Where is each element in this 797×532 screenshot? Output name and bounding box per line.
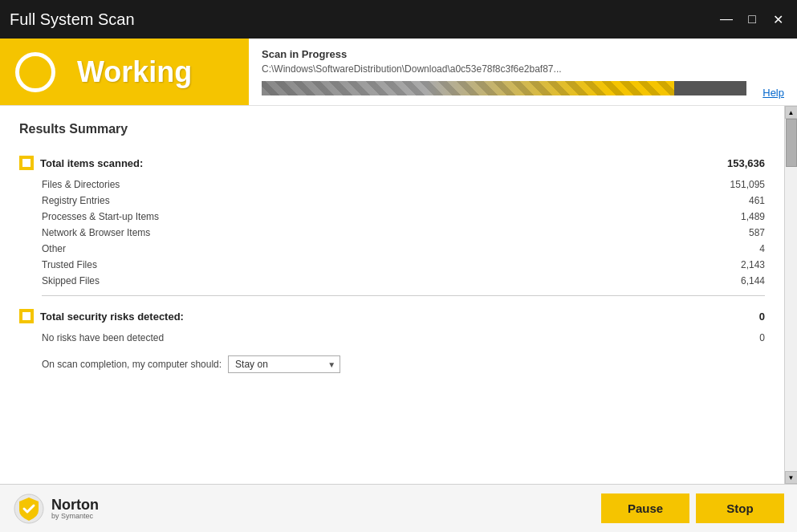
network-label: Network & Browser Items: [42, 227, 701, 238]
norton-logo: Norton by Symantec: [13, 493, 99, 525]
scrollbar-down-arrow[interactable]: ▼: [785, 471, 798, 484]
footer: Norton by Symantec Pause Stop: [0, 484, 797, 532]
other-label: Other: [42, 243, 701, 254]
registry-value: 461: [701, 195, 765, 206]
norton-shield-icon: [13, 493, 45, 525]
progress-bar-stripe: [262, 81, 674, 95]
no-risks-value: 0: [701, 332, 765, 343]
icon-inner: [22, 312, 30, 320]
trusted-value: 2,143: [701, 259, 765, 270]
skipped-label: Skipped Files: [42, 275, 701, 286]
stop-button[interactable]: Stop: [696, 493, 784, 523]
scan-info: Scan in Progress C:\Windows\SoftwareDist…: [249, 39, 759, 105]
security-risks-row: Total security risks detected: 0: [19, 303, 765, 330]
scan-status-label: Scan in Progress: [262, 48, 746, 60]
scrollbar[interactable]: ▲ ▼: [784, 106, 797, 484]
scrollbar-up-arrow[interactable]: ▲: [785, 106, 798, 119]
section-divider: [42, 295, 765, 296]
dropdown-wrapper: Stay on Shut down Sleep Hibernate ▼: [228, 355, 340, 373]
scan-path: C:\Windows\SoftwareDistribution\Download…: [262, 63, 746, 75]
close-button[interactable]: ✕: [768, 10, 787, 29]
content-area: Working Scan in Progress C:\Windows\Soft…: [0, 39, 797, 484]
progress-bar: [262, 81, 746, 95]
total-items-value: 153,636: [701, 157, 765, 169]
pause-button[interactable]: Pause: [601, 493, 689, 523]
network-value: 587: [701, 227, 765, 238]
main-window: Full System Scan — □ ✕ Working Scan in P…: [0, 0, 797, 532]
security-risks-label: Total security risks detected:: [40, 311, 701, 323]
scrollbar-thumb[interactable]: [786, 119, 797, 167]
status-banner: Working: [0, 39, 249, 105]
files-dirs-value: 151,095: [701, 179, 765, 190]
files-dirs-label: Files & Directories: [42, 179, 701, 190]
scroll-area: Results Summary Total items scanned: 153…: [0, 106, 784, 484]
results-summary-title: Results Summary: [19, 122, 765, 136]
top-bar: Working Scan in Progress C:\Windows\Soft…: [0, 39, 797, 106]
other-value: 4: [701, 243, 765, 254]
minimize-button[interactable]: —: [717, 10, 736, 29]
processes-label: Processes & Start-up Items: [42, 211, 701, 222]
sub-row: Processes & Start-up Items 1,489: [19, 209, 765, 225]
maximize-button[interactable]: □: [742, 10, 762, 29]
norton-sub-label: by Symantec: [51, 512, 99, 520]
no-risks-label: No risks have been detected: [42, 332, 701, 343]
sub-row: Files & Directories 151,095: [19, 177, 765, 193]
help-link[interactable]: Help: [759, 80, 787, 105]
registry-label: Registry Entries: [42, 195, 701, 206]
working-circle-icon: [15, 52, 55, 92]
skipped-value: 6,144: [701, 275, 765, 286]
sub-row: Skipped Files 6,144: [19, 273, 765, 289]
norton-brand-label: Norton: [51, 497, 99, 512]
icon-inner: [22, 159, 30, 167]
working-label: Working: [71, 55, 192, 89]
total-items-label: Total items scanned:: [40, 157, 701, 169]
sub-row: Network & Browser Items 587: [19, 225, 765, 241]
processes-value: 1,489: [701, 211, 765, 222]
security-risks-icon: [19, 309, 34, 323]
title-controls: — □ ✕: [717, 10, 787, 29]
sub-row: No risks have been detected 0: [19, 330, 765, 346]
security-risks-value: 0: [701, 311, 765, 323]
window-title: Full System Scan: [10, 10, 135, 29]
scan-completion-row: On scan completion, my computer should: …: [19, 346, 765, 376]
title-bar: Full System Scan — □ ✕: [0, 0, 797, 39]
norton-text: Norton by Symantec: [51, 497, 99, 520]
sub-row: Registry Entries 461: [19, 193, 765, 209]
main-content: Results Summary Total items scanned: 153…: [0, 106, 797, 484]
trusted-label: Trusted Files: [42, 259, 701, 270]
sub-row: Trusted Files 2,143: [19, 257, 765, 273]
sub-row: Other 4: [19, 241, 765, 257]
footer-buttons: Pause Stop: [601, 493, 784, 523]
status-icon-area: [0, 40, 71, 104]
total-items-icon: [19, 156, 34, 170]
completion-dropdown[interactable]: Stay on Shut down Sleep Hibernate: [228, 355, 340, 373]
total-items-row: Total items scanned: 153,636: [19, 149, 765, 177]
scan-completion-label: On scan completion, my computer should:: [42, 359, 222, 370]
scrollbar-track: [786, 119, 797, 471]
